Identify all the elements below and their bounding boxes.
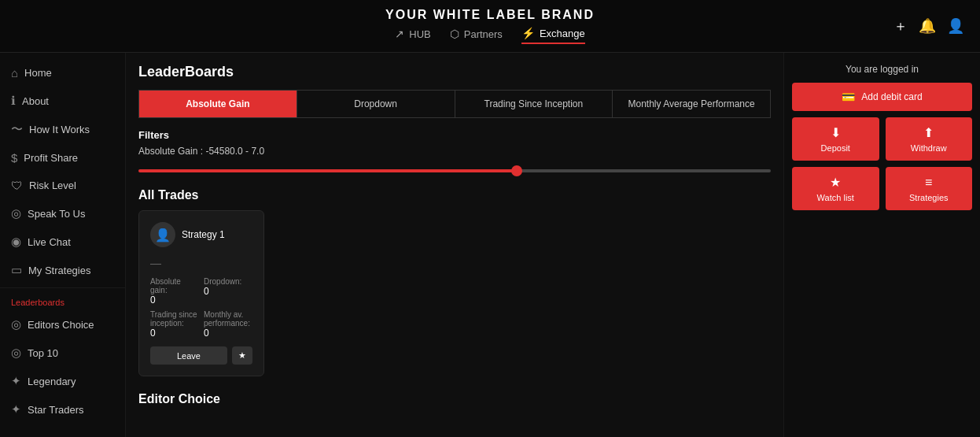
sidebar-divider [0,287,125,288]
stat-block-3: Monthly av. performance: 0 [204,310,252,339]
stat-label-2: Trading since inception: [150,310,199,328]
header-actions: ＋ 🔔 👤 [893,17,964,35]
top-10-icon: ◎ [11,346,21,360]
stat-block-1: Dropdown: 0 [204,277,252,306]
stat-block-0: Absolute gain: 0 [150,277,199,306]
nav-tab-exchange[interactable]: ⚡ Exchange [521,27,585,44]
risk-level-icon: 🛡 [11,179,23,192]
sidebar-item-live-chat[interactable]: ◉ Live Chat [0,228,125,256]
sidebar-item-star-traders[interactable]: ✦ Star Traders [0,395,125,424]
leave-button[interactable]: Leave [150,346,227,365]
editor-choice-title: Editor Choice [138,392,771,406]
strategies-icon: ≡ [925,176,932,190]
sidebar-item-top-10[interactable]: ◎ Top 10 [0,339,125,367]
star-traders-icon: ✦ [11,402,21,417]
deposit-withdraw-row: ⬇ Deposit ⬆ Withdraw [792,117,972,161]
stat-block-2: Trading since inception: 0 [150,310,199,339]
sidebar-item-about[interactable]: ℹ About [0,87,125,115]
body-layout: ⌂ Home ℹ About 〜 How It Works $ Profit S… [0,53,980,437]
sidebar-item-legendary[interactable]: ✦ Legendary [0,367,125,395]
sidebar-item-how-it-works[interactable]: 〜 How It Works [0,115,125,144]
nav-tabs: ↗ HUB ⬡ Partners ⚡ Exchange [395,27,584,44]
add-button[interactable]: ＋ [893,17,908,35]
card-header: 👤 Strategy 1 [150,222,252,247]
speak-to-us-icon: ◎ [11,206,21,220]
card-name: Strategy 1 [182,229,225,240]
exchange-icon: ⚡ [521,27,535,39]
filter-tabs: Absolute Gain Dropdown Trading Since Inc… [138,90,771,118]
star-button[interactable]: ★ [232,346,252,365]
watchlist-icon: ★ [830,175,841,190]
live-chat-icon: ◉ [11,235,21,249]
deposit-icon: ⬇ [831,125,841,140]
stat-label-1: Dropdown: [204,277,252,286]
hub-icon: ↗ [395,28,404,40]
card-actions: Leave ★ [150,346,252,365]
partners-icon: ⬡ [450,28,459,40]
watchlist-button[interactable]: ★ Watch list [792,167,879,210]
card-stats: Absolute gain: 0 Dropdown: 0 Trading sin… [150,277,252,339]
leaderboards-section-label: Leaderboards [0,291,125,310]
filters-label: Filters [138,129,771,141]
main-content: LeaderBoards Absolute Gain Dropdown Trad… [126,53,783,437]
withdraw-icon: ⬆ [923,125,934,140]
trades-grid: 👤 Strategy 1 — Absolute gain: 0 Dropdown… [138,210,771,376]
leaderboards-title: LeaderBoards [138,64,771,80]
nav-tab-hub[interactable]: ↗ HUB [395,28,430,43]
header-center: YOUR WHITE LABEL BRAND ↗ HUB ⬡ Partners … [385,8,595,44]
editors-choice-icon: ◎ [11,317,21,331]
strategies-button[interactable]: ≡ Strategies [886,167,973,210]
stat-value-3: 0 [204,328,252,339]
sidebar: ⌂ Home ℹ About 〜 How It Works $ Profit S… [0,53,126,437]
avatar: 👤 [150,222,175,247]
logged-in-text: You are logged in [792,64,972,75]
nav-tab-partners[interactable]: ⬡ Partners [450,28,503,43]
right-panel: You are logged in 💳 Add debit card ⬇ Dep… [783,53,980,437]
home-icon: ⌂ [11,66,18,80]
add-debit-card-button[interactable]: 💳 Add debit card [792,83,972,111]
withdraw-button[interactable]: ⬆ Withdraw [886,117,973,161]
sidebar-item-my-strategies[interactable]: ▭ My Strategies [0,256,125,284]
sidebar-item-speak-to-us[interactable]: ◎ Speak To Us [0,199,125,228]
profit-share-icon: $ [11,151,17,165]
absolute-gain-slider[interactable] [138,169,771,172]
sidebar-item-home[interactable]: ⌂ Home [0,59,125,87]
watchlist-strategies-row: ★ Watch list ≡ Strategies [792,167,972,210]
filter-tab-dropdown[interactable]: Dropdown [297,91,455,117]
stat-label-3: Monthly av. performance: [204,310,252,328]
deposit-button[interactable]: ⬇ Deposit [792,117,879,161]
sidebar-item-editors-choice[interactable]: ◎ Editors Choice [0,310,125,339]
filter-range-label: Absolute Gain : -54580.0 - 7.0 [138,146,771,157]
stat-value-2: 0 [150,328,199,339]
card-chart: — [150,255,252,271]
filter-tab-absolute-gain[interactable]: Absolute Gain [139,91,297,117]
stat-value-1: 0 [204,286,252,297]
header: YOUR WHITE LABEL BRAND ↗ HUB ⬡ Partners … [0,0,980,53]
stat-label-0: Absolute gain: [150,277,199,294]
about-icon: ℹ [11,94,16,108]
my-strategies-icon: ▭ [11,263,22,277]
filter-tab-monthly-avg[interactable]: Monthly Average Performance [613,91,770,117]
user-account-button[interactable]: 👤 [947,17,964,35]
range-slider-container [138,161,771,176]
sidebar-item-risk-level[interactable]: 🛡 Risk Level [0,172,125,199]
brand-title: YOUR WHITE LABEL BRAND [385,8,595,22]
strategy-card: 👤 Strategy 1 — Absolute gain: 0 Dropdown… [138,210,264,376]
all-trades-title: All Trades [138,188,771,202]
filter-tab-trading-since[interactable]: Trading Since Inception [455,91,613,117]
stat-value-0: 0 [150,294,199,306]
notifications-button[interactable]: 🔔 [919,17,936,35]
sidebar-item-profit-share[interactable]: $ Profit Share [0,144,125,172]
add-debit-icon: 💳 [842,91,855,103]
how-it-works-icon: 〜 [11,122,23,137]
legendary-icon: ✦ [11,374,21,388]
